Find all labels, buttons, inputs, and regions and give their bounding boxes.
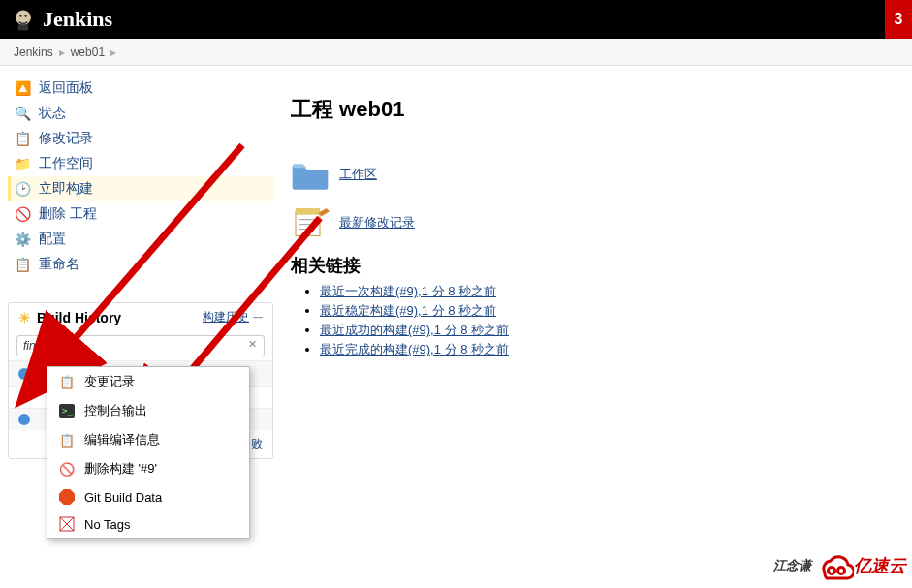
side-build-now[interactable]: 🕑立即构建 <box>8 176 273 201</box>
watermark-text: 江念谦 <box>773 557 811 574</box>
breadcrumb-item[interactable]: Jenkins <box>14 46 53 59</box>
menu-label: No Tags <box>84 517 130 532</box>
side-status[interactable]: 🔍状态 <box>8 101 273 126</box>
folder-icon: 📁 <box>12 156 33 171</box>
breadcrumb: Jenkins ▸ web01 ▸ <box>0 39 912 66</box>
list-item: 最近稳定构建(#9),1 分 8 秒之前 <box>320 302 902 320</box>
chevron-right-icon: ▸ <box>110 46 116 59</box>
brand-title[interactable]: Jenkins <box>43 7 112 32</box>
recent-changes-row[interactable]: 最新修改记录 <box>291 205 902 240</box>
no-icon: 🚫 <box>12 206 33 222</box>
minimize-icon[interactable]: — <box>253 312 263 323</box>
gear-icon: ⚙️ <box>12 232 33 247</box>
side-label[interactable]: 修改记录 <box>39 130 93 147</box>
clear-icon[interactable]: ✕ <box>248 338 257 351</box>
side-label[interactable]: 配置 <box>39 231 66 248</box>
build-status-orb-icon <box>18 414 30 425</box>
breadcrumb-item[interactable]: web01 <box>71 46 105 59</box>
menu-no-tags[interactable]: No Tags <box>47 511 249 538</box>
notepad-icon: 📋 <box>57 433 77 448</box>
history-find-input[interactable] <box>16 335 265 356</box>
menu-label: Git Build Data <box>84 490 162 505</box>
side-label[interactable]: 立即构建 <box>39 180 93 198</box>
notepad-icon <box>291 205 330 240</box>
side-workspace[interactable]: 📁工作空间 <box>8 151 273 176</box>
svg-text:>_: >_ <box>62 406 73 416</box>
watermark: 江念谦 亿速云 <box>773 549 906 582</box>
build-history-header: ☀ Build History 构建历史 — <box>9 303 272 331</box>
side-configure[interactable]: ⚙️配置 <box>8 227 273 252</box>
related-link[interactable]: 最近一次构建(#9),1 分 8 秒之前 <box>320 284 496 298</box>
notepad-icon: 📋 <box>57 375 77 389</box>
up-arrow-icon: 🔼 <box>12 80 33 96</box>
recent-changes-link[interactable]: 最新修改记录 <box>339 214 415 232</box>
list-item: 最近成功的构建(#9),1 分 8 秒之前 <box>320 322 902 339</box>
related-link[interactable]: 最近稳定构建(#9),1 分 8 秒之前 <box>320 303 496 318</box>
menu-label: 控制台输出 <box>84 402 147 419</box>
side-label[interactable]: 状态 <box>39 105 66 122</box>
build-history-title: Build History <box>37 310 203 325</box>
page-title: 工程 web01 <box>291 95 902 124</box>
notepad-icon: 📋 <box>12 131 33 146</box>
list-item: 最近完成的构建(#9),1 分 8 秒之前 <box>320 341 902 358</box>
related-link[interactable]: 最近完成的构建(#9),1 分 8 秒之前 <box>320 342 509 356</box>
tag-icon <box>57 516 77 532</box>
build-trend-link[interactable]: 构建历史 <box>203 309 249 325</box>
svg-rect-4 <box>296 211 320 235</box>
menu-label: 变更记录 <box>84 373 135 390</box>
side-label[interactable]: 工作空间 <box>39 155 93 172</box>
cloud-logo-icon <box>815 549 854 582</box>
notepad-icon: 📋 <box>12 257 33 272</box>
side-back[interactable]: 🔼返回面板 <box>8 76 273 101</box>
menu-changes[interactable]: 📋变更记录 <box>47 367 249 396</box>
workspace-link[interactable]: 工作区 <box>339 166 377 183</box>
svg-point-2 <box>24 15 26 16</box>
search-icon: 🔍 <box>12 106 33 121</box>
chevron-right-icon: ▸ <box>59 46 65 59</box>
side-rename[interactable]: 📋重命名 <box>8 252 273 277</box>
side-label[interactable]: 重命名 <box>39 256 79 273</box>
watermark-brand: 亿速云 <box>854 554 906 577</box>
main-panel: 工程 web01 工作区 最新修改记录 相关链接 最近一次构建(#9),1 分 … <box>281 66 912 469</box>
jenkins-logo-icon <box>10 6 37 33</box>
svg-point-1 <box>19 15 21 16</box>
side-changes[interactable]: 📋修改记录 <box>8 126 273 151</box>
side-label[interactable]: 返回面板 <box>39 79 93 97</box>
related-link[interactable]: 最近成功的构建(#9),1 分 8 秒之前 <box>320 323 509 337</box>
build-status-orb-icon <box>18 391 30 403</box>
menu-console[interactable]: >_控制台输出 <box>47 396 249 425</box>
svg-point-16 <box>838 568 845 574</box>
menu-label: 删除构建 '#9' <box>84 460 157 478</box>
side-delete[interactable]: 🚫删除 工程 <box>8 201 273 227</box>
svg-rect-5 <box>296 208 320 215</box>
no-icon: 🚫 <box>57 462 77 477</box>
build-status-orb-icon <box>18 368 30 380</box>
menu-git-data[interactable]: Git Build Data <box>47 483 249 511</box>
svg-point-15 <box>829 568 835 574</box>
sun-icon: ☀ <box>18 310 31 325</box>
folder-icon <box>291 157 330 192</box>
build-context-menu: 📋变更记录 >_控制台输出 📋编辑编译信息 🚫删除构建 '#9' Git Bui… <box>47 366 250 539</box>
menu-label: 编辑编译信息 <box>84 431 160 449</box>
top-header: Jenkins 3 <box>0 0 912 39</box>
list-item: 最近一次构建(#9),1 分 8 秒之前 <box>320 283 902 300</box>
related-links-title: 相关链接 <box>291 254 902 277</box>
menu-delete-build[interactable]: 🚫删除构建 '#9' <box>47 454 249 483</box>
side-label[interactable]: 删除 工程 <box>39 205 97 223</box>
git-icon <box>57 489 77 505</box>
workspace-row[interactable]: 工作区 <box>291 157 902 192</box>
menu-edit-info[interactable]: 📋编辑编译信息 <box>47 425 249 454</box>
svg-rect-11 <box>59 489 75 505</box>
clock-icon: 🕑 <box>12 181 33 197</box>
terminal-icon: >_ <box>57 404 77 418</box>
related-links-list: 最近一次构建(#9),1 分 8 秒之前 最近稳定构建(#9),1 分 8 秒之… <box>320 283 902 358</box>
notification-badge[interactable]: 3 <box>885 0 912 39</box>
svg-rect-3 <box>18 24 29 30</box>
